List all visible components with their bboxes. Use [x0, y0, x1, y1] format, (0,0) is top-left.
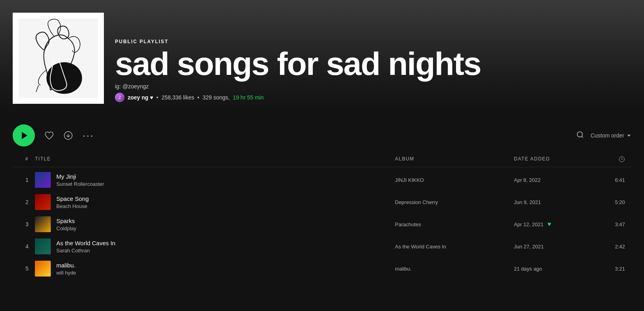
track-thumbnail: [35, 172, 51, 188]
track-album: As the World Caves In: [395, 244, 514, 250]
track-text: As the World Caves In Sarah Cothran: [56, 240, 115, 254]
track-name: As the World Caves In: [56, 240, 115, 246]
controls-right: Custom order: [576, 131, 631, 141]
track-thumbnail: [35, 238, 51, 254]
owner-avatar: Z: [115, 93, 125, 102]
table-header: # TITLE ALBUM DATE ADDED: [13, 153, 631, 167]
track-artist: will hyde: [56, 270, 76, 276]
download-button[interactable]: [63, 131, 73, 140]
liked-icon: ♥: [547, 221, 551, 228]
svg-marker-3: [22, 132, 27, 139]
hero-info: PUBLIC PLAYLIST sad songs for sad nights…: [115, 39, 481, 104]
cover-art-svg: [19, 19, 98, 98]
track-info: malibu. will hyde: [35, 261, 395, 277]
table-row[interactable]: 1 My Jinji Sunset Rollercoaster JINJI KI…: [13, 169, 631, 191]
track-number: 3: [19, 221, 35, 227]
track-name: malibu.: [56, 262, 76, 269]
svg-point-6: [577, 132, 583, 137]
track-artist: Coldplay: [56, 225, 77, 231]
track-album: JINJI KIKKO: [395, 177, 514, 183]
duration: 19 hr 55 min: [233, 94, 264, 101]
search-button[interactable]: [576, 131, 584, 141]
table-row[interactable]: 3 Sparks Coldplay Parachutes Apr 12, 202…: [13, 213, 631, 235]
like-button[interactable]: [44, 131, 54, 140]
track-date-added: Apr 8, 2022: [514, 177, 593, 183]
col-header-num: #: [19, 156, 35, 164]
track-info: My Jinji Sunset Rollercoaster: [35, 172, 395, 188]
track-info: Space Song Beach House: [35, 194, 395, 210]
track-number: 5: [19, 265, 35, 272]
controls-bar: ··· Custom order: [0, 115, 644, 153]
track-album: malibu.: [395, 266, 514, 272]
track-date-added: Jun 9, 2021: [514, 199, 593, 205]
track-artist: Beach House: [56, 203, 89, 209]
track-artist: Sarah Cothran: [56, 248, 115, 254]
track-name: My Jinji: [56, 173, 104, 180]
track-date-added: 21 days ago: [514, 266, 593, 272]
track-duration: 3:47: [593, 221, 625, 227]
svg-marker-8: [627, 135, 631, 137]
track-info: Sparks Coldplay: [35, 216, 395, 232]
track-duration: 2:42: [593, 244, 625, 250]
owner-name: zoey ng ♥: [128, 94, 153, 101]
track-duration: 6:41: [593, 177, 625, 183]
track-number: 1: [19, 177, 35, 183]
track-number: 4: [19, 243, 35, 250]
col-header-album: ALBUM: [395, 156, 514, 164]
track-album: Depression Cherry: [395, 199, 514, 205]
bullet-separator: •: [156, 94, 158, 101]
playlist-type-label: PUBLIC PLAYLIST: [115, 39, 481, 44]
col-header-date: DATE ADDED: [514, 156, 593, 164]
track-text: malibu. will hyde: [56, 262, 76, 276]
playlist-description: ig: @zoeyngz: [115, 83, 481, 90]
svg-line-7: [582, 136, 583, 137]
table-row[interactable]: 4 As the World Caves In Sarah Cothran As…: [13, 235, 631, 258]
track-text: My Jinji Sunset Rollercoaster: [56, 173, 104, 187]
tracks-list: 1 My Jinji Sunset Rollercoaster JINJI KI…: [13, 169, 631, 280]
track-name: Sparks: [56, 218, 77, 224]
track-thumbnail: [35, 194, 51, 210]
playlist-cover-art: [13, 13, 104, 104]
bullet-separator-2: •: [197, 94, 199, 101]
play-button[interactable]: [13, 124, 35, 147]
track-text: Sparks Coldplay: [56, 218, 77, 231]
playlist-meta: Z zoey ng ♥ • 258,336 likes • 329 songs,…: [115, 93, 481, 102]
track-duration: 5:20: [593, 199, 625, 205]
col-header-title: TITLE: [35, 156, 395, 164]
hero-section: PUBLIC PLAYLIST sad songs for sad nights…: [0, 0, 644, 115]
track-number: 2: [19, 199, 35, 205]
likes-count: 258,336 likes: [161, 94, 194, 101]
track-table: # TITLE ALBUM DATE ADDED 1 My Jinji Suns…: [0, 153, 644, 280]
track-text: Space Song Beach House: [56, 195, 89, 209]
track-info: As the World Caves In Sarah Cothran: [35, 238, 395, 254]
track-date-added: Apr 12, 2021 ♥: [514, 221, 593, 228]
track-artist: Sunset Rollercoaster: [56, 181, 104, 187]
table-row[interactable]: 2 Space Song Beach House Depression Cher…: [13, 191, 631, 213]
col-header-duration: [593, 156, 625, 164]
sort-label: Custom order: [590, 132, 624, 139]
sort-button[interactable]: Custom order: [590, 132, 631, 139]
song-count: 329 songs,: [203, 94, 230, 101]
track-duration: 3:21: [593, 266, 625, 272]
track-thumbnail: [35, 261, 51, 277]
track-thumbnail: [35, 216, 51, 232]
track-date-added: Jun 27, 2021: [514, 244, 593, 250]
more-options-button[interactable]: ···: [82, 129, 94, 142]
playlist-title: sad songs for sad nights: [115, 48, 481, 80]
table-row[interactable]: 5 malibu. will hyde malibu. 21 days ago …: [13, 258, 631, 280]
track-album: Parachutes: [395, 221, 514, 227]
track-name: Space Song: [56, 195, 89, 202]
